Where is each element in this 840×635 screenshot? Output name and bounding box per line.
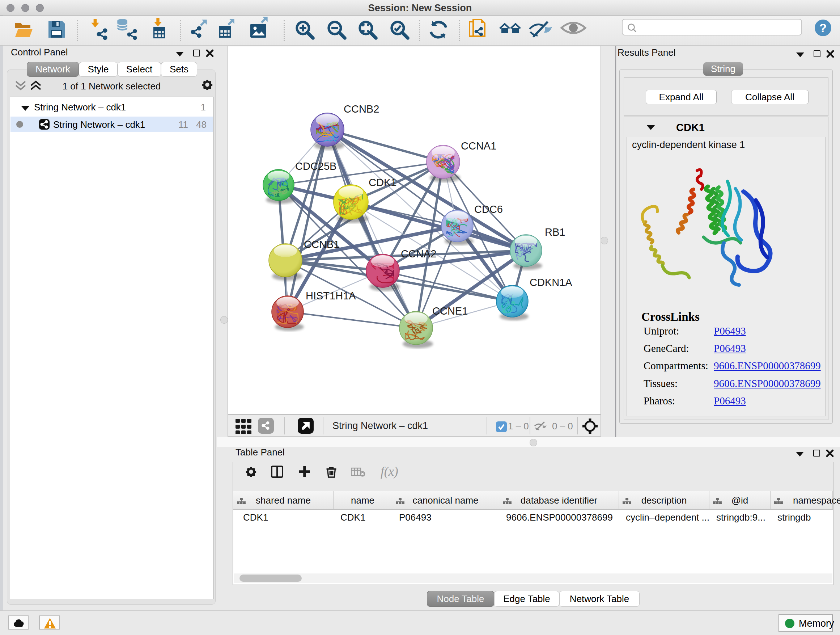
svg-text:CCNB1: CCNB1 [304,239,339,250]
svg-text:HIST1H1A: HIST1H1A [306,290,356,302]
svg-text:CDC6: CDC6 [474,203,503,215]
svg-text:RB1: RB1 [545,226,565,238]
svg-text:CDKN1A: CDKN1A [530,277,572,288]
svg-text:CDK1: CDK1 [369,177,396,188]
svg-text:CCNA2: CCNA2 [401,248,436,260]
svg-text:CCNA1: CCNA1 [461,140,496,152]
svg-text:CCNB2: CCNB2 [344,103,379,115]
svg-text:CCNE1: CCNE1 [432,305,468,317]
svg-text:CDC25B: CDC25B [295,160,336,172]
